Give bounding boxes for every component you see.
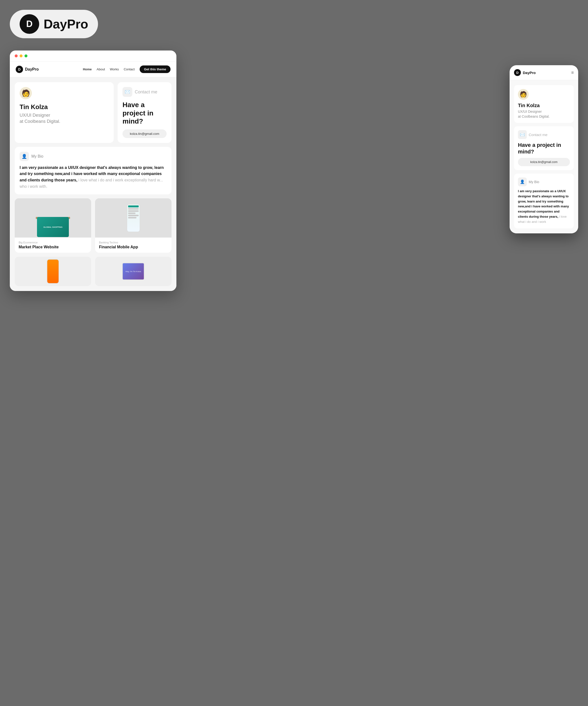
bio-card: 👤 My Bio I am very passionate as a UI/UX… bbox=[15, 147, 171, 194]
contact-email-icon: ✉️ bbox=[123, 87, 132, 97]
mobile-bio-person-icon: 👤 bbox=[518, 178, 527, 186]
mobile-nav-logo: D DayPro bbox=[514, 69, 536, 76]
hero-name: Tin Kolza bbox=[19, 103, 109, 111]
portfolio-info-1: Big Ecomemrce Market Place Website bbox=[15, 238, 91, 253]
bio-header: 👤 My Bio bbox=[19, 152, 167, 161]
browser-dot-red[interactable] bbox=[15, 54, 17, 57]
windows-container: D DayPro Home About Works Contact Get th… bbox=[10, 50, 578, 291]
tablet-mockup: Hey, I'm Tin Kolza bbox=[122, 263, 144, 280]
portfolio-title-2: Financial Mobile App bbox=[99, 245, 168, 249]
contact-email[interactable]: kolza.tin@gmail.com bbox=[123, 129, 167, 138]
mobile-bio-card: 👤 My Bio I am very passionate as a UI/UX… bbox=[514, 173, 574, 229]
mobile-logo-icon: D bbox=[514, 69, 521, 76]
nav-link-about[interactable]: About bbox=[96, 68, 105, 71]
hero-card: 🧑 Tin Kolza UX/UI Designer at Coolbeans … bbox=[15, 82, 114, 143]
site-nav: D DayPro Home About Works Contact Get th… bbox=[10, 62, 176, 77]
nav-logo: D DayPro bbox=[16, 66, 39, 73]
top-logo-icon: D bbox=[19, 14, 39, 34]
mobile-contact-email[interactable]: kolza.tin@gmail.com bbox=[518, 158, 570, 166]
mobile-window: D DayPro ≡ 🧑 Tin Kolza UX/UI Designer at… bbox=[510, 65, 578, 233]
portfolio-img-1: GLOBAL SHOPPING bbox=[15, 198, 91, 238]
nav-cta-button[interactable]: Get this theme bbox=[140, 66, 171, 73]
portfolio-img-2 bbox=[95, 198, 171, 238]
nav-logo-name: DayPro bbox=[25, 67, 39, 72]
mobile-contact-card: ✉️ Contact me Have a project in mind? ko… bbox=[514, 126, 574, 170]
nav-logo-icon: D bbox=[16, 66, 23, 73]
portfolio-card-4[interactable]: Hey, I'm Tin Kolza bbox=[95, 257, 171, 286]
hero-title: UX/UI Designer at Coolbeans Digital. bbox=[19, 112, 109, 124]
cards-row-1: 🧑 Tin Kolza UX/UI Designer at Coolbeans … bbox=[15, 82, 171, 143]
portfolio-card-1[interactable]: GLOBAL SHOPPING Big Ecomemrce Market Pla… bbox=[15, 198, 91, 253]
mobile-hero-avatar: 🧑 bbox=[518, 89, 529, 100]
desktop-content: 🧑 Tin Kolza UX/UI Designer at Coolbeans … bbox=[10, 77, 176, 291]
mobile-nav: D DayPro ≡ bbox=[510, 65, 578, 80]
portfolio-title-1: Market Place Website bbox=[18, 245, 87, 249]
portfolio-category-2: Banking Techno bbox=[99, 241, 168, 244]
mobile-menu-button[interactable]: ≡ bbox=[571, 70, 574, 75]
portfolio-row-1: GLOBAL SHOPPING Big Ecomemrce Market Pla… bbox=[15, 198, 171, 253]
nav-links: Home About Works Contact Get this theme bbox=[83, 66, 171, 73]
browser-dot-yellow[interactable] bbox=[19, 54, 23, 57]
phone-mockup bbox=[127, 204, 140, 232]
mobile-hero-title: UX/UI Designer at Coolbeans Digital. bbox=[518, 109, 570, 119]
mobile-contact-email-icon: ✉️ bbox=[518, 130, 527, 139]
nav-link-contact[interactable]: Contact bbox=[124, 68, 135, 71]
mobile-content: 🧑 Tin Kolza UX/UI Designer at Coolbeans … bbox=[510, 80, 578, 233]
bio-person-icon: 👤 bbox=[19, 152, 29, 161]
contact-icon-row: ✉️ Contact me bbox=[123, 87, 167, 97]
contact-card: ✉️ Contact me Have a project in mind? ko… bbox=[118, 82, 171, 143]
mobile-bio-label: My Bio bbox=[529, 180, 539, 184]
nav-link-home[interactable]: Home bbox=[83, 68, 92, 71]
phone2-mockup bbox=[47, 259, 59, 284]
mobile-logo-name: DayPro bbox=[523, 71, 536, 75]
portfolio-row-2: Hey, I'm Tin Kolza bbox=[15, 257, 171, 286]
mobile-contact-label: Contact me bbox=[529, 132, 548, 137]
hero-avatar: 🧑 bbox=[19, 87, 32, 99]
mobile-contact-heading: Have a project in mind? bbox=[518, 142, 570, 155]
top-logo-bar: D DayPro bbox=[10, 10, 98, 38]
portfolio-category-1: Big Ecomemrce bbox=[18, 241, 87, 244]
mobile-contact-icon-row: ✉️ Contact me bbox=[518, 130, 570, 139]
portfolio-info-2: Banking Techno Financial Mobile App bbox=[95, 238, 171, 253]
bio-text: I am very passionate as a UI/UX designer… bbox=[19, 164, 167, 190]
portfolio-card-3[interactable] bbox=[15, 257, 91, 286]
browser-dot-green[interactable] bbox=[25, 54, 28, 57]
mobile-hero-card: 🧑 Tin Kolza UX/UI Designer at Coolbeans … bbox=[514, 85, 574, 123]
top-logo-name: DayPro bbox=[44, 17, 88, 31]
portfolio-card-2[interactable]: Banking Techno Financial Mobile App bbox=[95, 198, 171, 253]
mobile-hero-name: Tin Kolza bbox=[518, 103, 570, 108]
nav-link-works[interactable]: Works bbox=[110, 68, 119, 71]
bio-label: My Bio bbox=[31, 154, 43, 159]
browser-dots bbox=[15, 54, 28, 57]
contact-label: Contact me bbox=[135, 89, 157, 94]
desktop-window: D DayPro Home About Works Contact Get th… bbox=[10, 50, 176, 291]
mobile-bio-text: I am very passionate as a UI/UX designer… bbox=[518, 189, 570, 225]
mobile-bio-header: 👤 My Bio bbox=[518, 178, 570, 186]
contact-heading: Have a project in mind? bbox=[123, 101, 167, 125]
browser-toolbar bbox=[10, 50, 176, 62]
